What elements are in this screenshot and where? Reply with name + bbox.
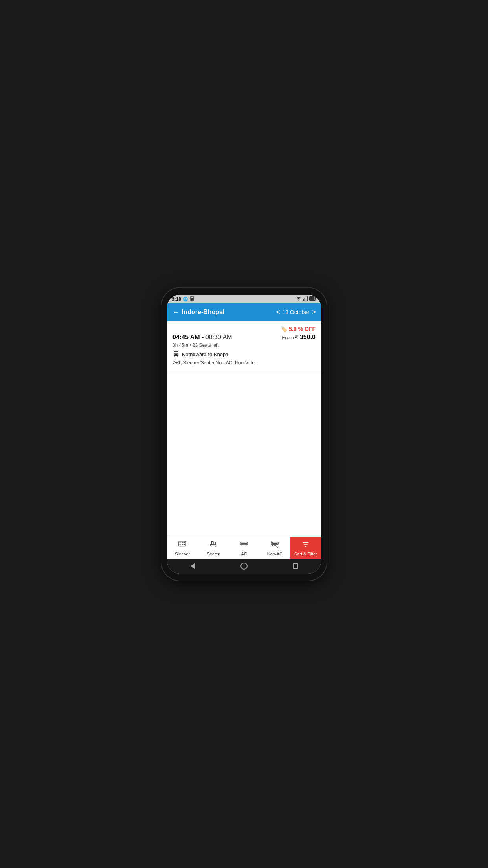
header-left: ← Indore-Bhopal <box>172 308 224 316</box>
departure-time: 04:45 AM <box>172 334 200 340</box>
svg-rect-2 <box>303 299 304 301</box>
time-range: 04:45 AM - 08:30 AM <box>172 334 232 341</box>
header-title: Indore-Bhopal <box>182 309 224 316</box>
svg-rect-3 <box>305 298 305 301</box>
bus-card-top: 🏷️ 5.0 % OFF <box>172 326 316 332</box>
from-label: From <box>282 335 294 340</box>
duration-text: 3h 45m <box>172 342 188 348</box>
svg-rect-8 <box>310 297 315 300</box>
bottom-nav: Sleeper Seater <box>167 537 321 559</box>
sleeper-icon <box>178 540 187 551</box>
price-section: From ₹ 350.0 <box>282 334 316 341</box>
signal-icon <box>303 296 308 302</box>
status-bar: 6:18 🌐 <box>167 295 321 303</box>
sleeper-label: Sleeper <box>175 552 190 556</box>
discount-badge: 🏷️ 5.0 % OFF <box>281 326 316 332</box>
non-ac-label: Non-AC <box>267 552 283 556</box>
recent-nav-button[interactable] <box>291 562 300 570</box>
route-text: Nathdwara to Bhopal <box>182 351 229 357</box>
duration-seats: 3h 45m • 23 Seats left <box>172 342 316 348</box>
time-dash: - <box>202 334 205 340</box>
sim-icon <box>190 296 194 302</box>
bus-icon <box>172 350 180 359</box>
wifi-icon <box>296 296 301 302</box>
next-date-button[interactable]: > <box>312 309 316 316</box>
bus-type: 2+1, Sleeper/Seater,Non-AC, Non-Video <box>172 360 316 366</box>
nav-item-seater[interactable]: Seater <box>198 537 228 559</box>
ac-icon <box>240 540 248 551</box>
svg-rect-14 <box>184 542 185 543</box>
svg-rect-5 <box>307 296 308 301</box>
current-date: 13 October <box>282 309 309 315</box>
svg-rect-15 <box>184 544 185 545</box>
battery-icon <box>309 296 316 302</box>
header-date: < 13 October > <box>276 309 316 316</box>
nav-item-sleeper[interactable]: Sleeper <box>167 537 198 559</box>
sort-filter-label: Sort & Filter <box>294 552 317 556</box>
app-header: ← Indore-Bhopal < 13 October > <box>167 303 321 321</box>
tag-icon: 🏷️ <box>281 326 287 332</box>
nav-item-non-ac[interactable]: Non-AC <box>259 537 290 559</box>
svg-rect-1 <box>191 298 193 300</box>
sort-filter-icon <box>301 540 310 551</box>
back-nav-button[interactable] <box>188 562 197 570</box>
svg-rect-12 <box>182 542 183 543</box>
svg-rect-10 <box>180 542 181 543</box>
svg-rect-13 <box>182 544 183 545</box>
phone-screen: 6:18 🌐 <box>167 295 321 574</box>
seater-icon <box>209 540 218 551</box>
nav-item-ac[interactable]: AC <box>229 537 259 559</box>
bus-card-schedule: 04:45 AM - 08:30 AM From ₹ 350.0 <box>172 334 316 341</box>
globe-icon: 🌐 <box>183 297 188 301</box>
svg-rect-4 <box>306 298 306 301</box>
status-icons <box>296 296 316 302</box>
price-amount: 350.0 <box>300 334 316 340</box>
system-nav <box>167 559 321 574</box>
bus-card[interactable]: 🏷️ 5.0 % OFF 04:45 AM - 08:30 AM From ₹ … <box>167 321 321 371</box>
arrival-time: 08:30 AM <box>205 334 232 340</box>
main-content: 🏷️ 5.0 % OFF 04:45 AM - 08:30 AM From ₹ … <box>167 321 321 537</box>
ac-label: AC <box>241 552 247 556</box>
currency-symbol: ₹ <box>295 335 298 340</box>
seats-left-text: 23 Seats left <box>193 342 219 348</box>
bus-route: Nathdwara to Bhopal <box>172 350 316 359</box>
bullet-separator: • <box>189 342 191 348</box>
seater-label: Seater <box>207 552 219 556</box>
back-button[interactable]: ← <box>172 308 180 316</box>
nav-item-sort-filter[interactable]: Sort & Filter <box>290 537 321 559</box>
status-left: 6:18 🌐 <box>172 296 194 302</box>
phone-frame: 6:18 🌐 <box>161 288 327 581</box>
discount-text: 5.0 % OFF <box>289 326 316 332</box>
non-ac-icon <box>270 540 279 551</box>
prev-date-button[interactable]: < <box>276 309 280 316</box>
status-time: 6:18 <box>172 296 181 302</box>
svg-rect-7 <box>316 298 316 300</box>
svg-rect-11 <box>180 544 181 545</box>
home-nav-button[interactable] <box>240 562 248 570</box>
